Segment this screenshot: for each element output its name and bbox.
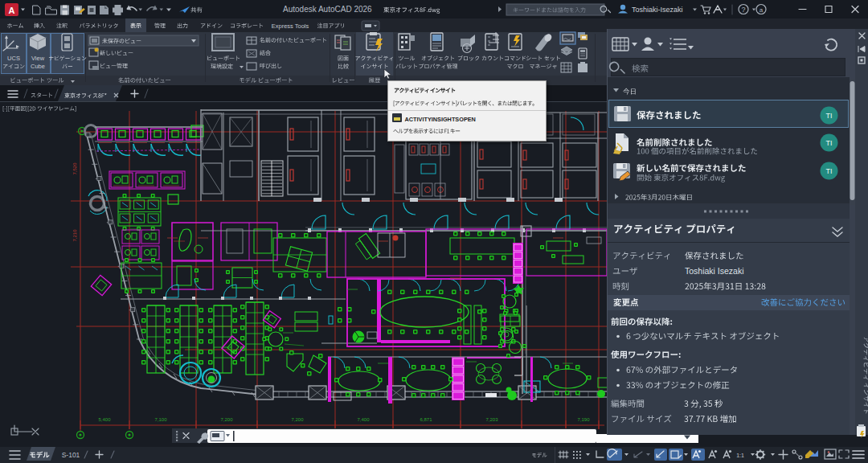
svg-text:S-101: S-101 <box>62 451 80 459</box>
svg-text:?: ? <box>741 6 745 14</box>
svg-text:a: a <box>760 6 764 14</box>
svg-text:View: View <box>31 55 45 62</box>
svg-text:TI: TI <box>826 167 833 175</box>
svg-text:Toshiaki-Isezaki: Toshiaki-Isezaki <box>632 6 683 14</box>
svg-text:ACTIVITYINSIGHTSOPEN: ACTIVITYINSIGHTSOPEN <box>405 116 476 123</box>
svg-text:A: A <box>9 6 15 15</box>
svg-text:Toshiaki Isezaki: Toshiaki Isezaki <box>685 266 744 276</box>
svg-text:1:1: 1:1 <box>736 453 744 458</box>
svg-text:UCS: UCS <box>7 55 20 62</box>
svg-text:Autodesk AutoCAD 2026: Autodesk AutoCAD 2026 <box>283 5 372 14</box>
svg-text:TI: TI <box>826 139 833 147</box>
svg-text:Express Tools: Express Tools <box>272 23 309 30</box>
svg-text:TI: TI <box>826 112 833 120</box>
svg-text:Cube: Cube <box>31 63 45 70</box>
